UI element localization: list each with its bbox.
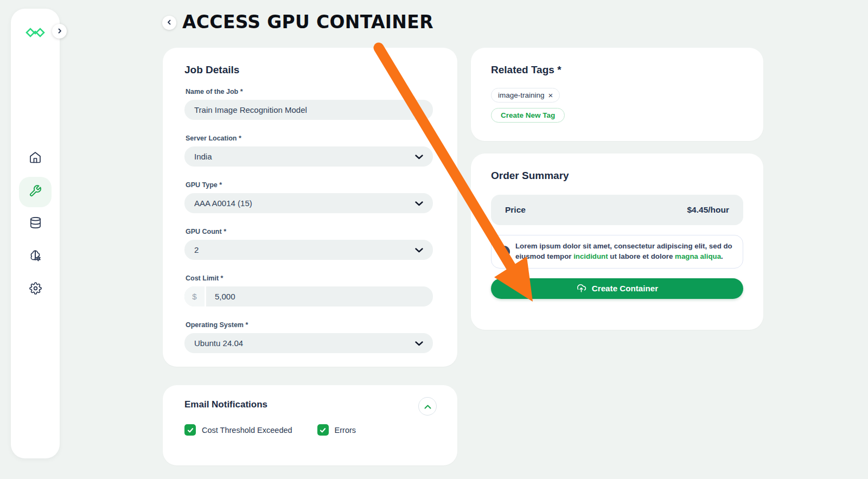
check-icon [320,427,326,433]
create-container-label: Create Container [592,284,658,293]
price-row: Price $4.45/hour [491,195,743,225]
gpu-type-value: AAA A0014 (15) [194,199,252,208]
info-box: i Lorem ipsum dolor sit amet, consectetu… [491,235,743,269]
operating-system-value: Ubuntu 24.04 [194,339,243,348]
chevron-down-icon [415,245,423,254]
email-notifications-card: Email Notifications Cost Threshold Excee… [163,385,457,465]
price-value: $4.45/hour [687,205,729,215]
name-of-job-input[interactable]: Train Image Recognition Model [184,100,433,120]
sidebar-item-settings[interactable] [19,275,52,303]
sidebar-item-tools[interactable] [19,177,52,207]
cost-threshold-option: Cost Threshold Exceeded [184,424,292,436]
related-tags-heading: Related Tags * [491,64,743,76]
chevron-down-icon [415,339,423,348]
cost-threshold-checkbox[interactable] [184,424,196,436]
currency-prefix: $ [184,286,206,306]
wrench-icon [29,184,42,200]
check-icon [187,427,194,433]
chevron-right-icon [56,27,63,36]
tag-label: image-training [498,91,545,99]
gear-icon [29,282,42,297]
sidebar-item-home[interactable] [19,144,52,173]
order-summary-heading: Order Summary [491,170,743,182]
field-group-name: Name of the Job * Train Image Recognitio… [184,88,433,120]
sidebar-item-storage[interactable] [19,209,52,238]
related-tags-card: Related Tags * image-training × Create N… [471,48,763,141]
info-text-highlight: magna aliqua [675,252,721,260]
operating-system-select[interactable]: Ubuntu 24.04 [184,333,433,353]
gpu-count-value: 2 [194,245,199,254]
chevron-left-icon [166,18,173,28]
sidebar-item-ai[interactable] [19,242,52,271]
email-notifications-heading: Email Notifications [184,399,436,410]
page-title: ACCESS GPU CONTAINER [182,11,433,33]
errors-checkbox[interactable] [317,424,329,436]
cost-threshold-label: Cost Threshold Exceeded [202,426,292,435]
home-icon [29,151,42,166]
gpu-count-select[interactable]: 2 [184,240,433,260]
server-location-value: India [194,152,212,161]
server-location-select[interactable]: India [184,146,433,167]
remove-tag-icon[interactable]: × [548,91,553,99]
infinity-logo-icon [24,26,46,41]
tag-pill: image-training × [491,88,560,103]
job-details-heading: Job Details [184,64,433,76]
info-text-part: . [721,252,723,260]
chevron-down-icon [415,199,423,208]
notification-options: Cost Threshold Exceeded Errors [184,424,436,436]
cost-limit-value: 5,000 [206,292,235,301]
collapse-section-button[interactable] [418,397,437,416]
gpu-type-label: GPU Type * [186,181,433,189]
operating-system-label: Operating System * [186,321,433,329]
info-text-highlight: incididunt [573,252,608,260]
field-group-cost-limit: Cost Limit * $ 5,000 [184,274,433,306]
field-group-gpu-type: GPU Type * AAA A0014 (15) [184,181,433,213]
field-group-gpu-count: GPU Count * 2 [184,228,433,260]
cost-limit-input[interactable]: $ 5,000 [184,286,433,306]
info-icon: i [498,246,510,258]
gpu-count-label: GPU Count * [186,228,433,235]
chevron-up-icon [424,401,431,411]
job-details-card: Job Details Name of the Job * Train Imag… [163,48,457,367]
gpu-type-select[interactable]: AAA A0014 (15) [184,193,433,213]
info-text: Lorem ipsum dolor sit amet, consectetur … [515,241,734,262]
sidebar-expand-button[interactable] [52,24,67,39]
ai-brain-icon [28,248,42,265]
chevron-down-icon [415,152,423,161]
order-summary-card: Order Summary Price $4.45/hour i Lorem i… [471,154,763,330]
name-of-job-value: Train Image Recognition Model [194,105,307,114]
cloud-upload-icon [576,284,586,293]
errors-option: Errors [317,424,356,436]
info-text-part: ut labore et dolore [608,252,675,260]
name-of-job-label: Name of the Job * [186,88,433,95]
price-label: Price [505,205,526,215]
database-icon [29,216,42,231]
back-button[interactable] [162,16,176,30]
cost-limit-label: Cost Limit * [186,274,433,282]
field-group-os: Operating System * Ubuntu 24.04 [184,321,433,353]
create-new-tag-button[interactable]: Create New Tag [491,108,565,123]
field-group-server-location: Server Location * India [184,135,433,167]
create-container-button[interactable]: Create Container [491,278,743,299]
sidebar [11,9,60,458]
errors-label: Errors [335,426,356,435]
server-location-label: Server Location * [186,135,433,142]
